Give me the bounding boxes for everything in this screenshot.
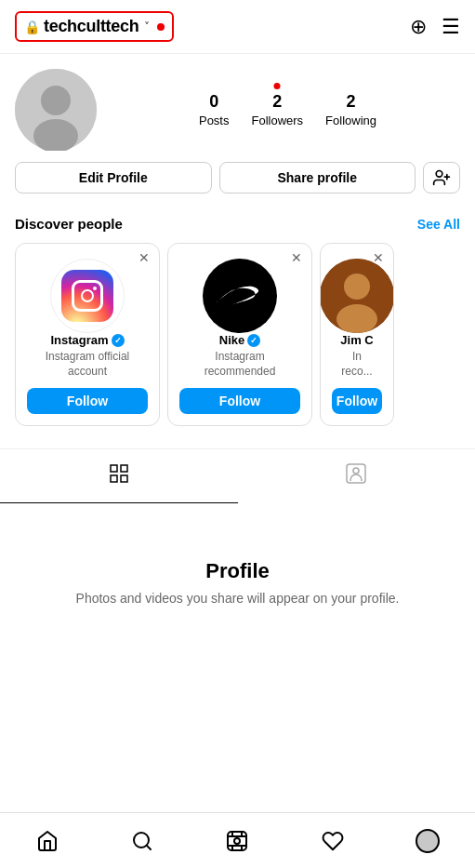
following-stat[interactable]: 2 Following <box>325 92 376 127</box>
instagram-dot-icon <box>93 287 97 290</box>
instagram-circle-icon <box>81 289 94 302</box>
svg-line-16 <box>147 845 151 848</box>
nike-card-name: Nike ✓ <box>219 333 260 347</box>
menu-icon[interactable]: ☰ <box>442 15 460 39</box>
svg-point-1 <box>41 86 71 115</box>
instagram-avatar <box>50 259 125 333</box>
see-all-button[interactable]: See All <box>417 217 460 232</box>
discover-card-jim: ✕ Jim C Inreco... Follow <box>320 243 394 426</box>
nike-avatar <box>203 259 277 333</box>
tab-tagged[interactable] <box>238 449 476 503</box>
discover-card-nike: ✕ Nike ✓ Instagram recommended Follow <box>167 243 312 426</box>
following-count: 2 <box>347 92 356 112</box>
svg-point-3 <box>436 171 442 178</box>
discover-title: Discover people <box>15 216 123 232</box>
nav-profile-avatar <box>416 829 440 853</box>
posts-label: Posts <box>199 114 230 127</box>
follow-jim-button[interactable]: Follow <box>332 388 382 414</box>
followers-label: Followers <box>251 114 303 127</box>
nav-profile[interactable] <box>404 818 451 864</box>
discover-cards: ✕ Instagram ✓ Instagram official account… <box>15 243 460 430</box>
jim-avatar <box>320 259 394 333</box>
username-label: techculttech <box>44 17 139 36</box>
svg-rect-9 <box>111 465 117 472</box>
verified-badge-nike: ✓ <box>247 334 260 347</box>
tagged-icon <box>345 462 367 490</box>
username-container[interactable]: 🔒 techculttech ˅ <box>15 11 174 42</box>
notification-dot <box>157 23 165 31</box>
share-profile-button[interactable]: Share profile <box>219 162 416 194</box>
action-buttons: Edit Profile Share profile <box>0 162 475 208</box>
bottom-nav <box>0 812 475 868</box>
profile-section: 0 Posts 2 Followers 2 Following <box>0 54 475 162</box>
profile-empty-subtitle: Photos and videos you share will appear … <box>76 591 400 606</box>
posts-stat[interactable]: 0 Posts <box>199 92 230 127</box>
posts-count: 0 <box>209 92 218 112</box>
add-post-icon[interactable]: ⊕ <box>410 15 427 39</box>
close-nike-button[interactable]: ✕ <box>291 251 302 264</box>
header: 🔒 techculttech ˅ ⊕ ☰ <box>0 0 475 54</box>
discover-card-instagram: ✕ Instagram ✓ Instagram official account… <box>15 243 160 426</box>
svg-rect-17 <box>228 832 246 850</box>
svg-rect-12 <box>121 475 127 482</box>
followers-stat[interactable]: 2 Followers <box>251 92 303 127</box>
grid-icon <box>108 462 130 490</box>
svg-point-8 <box>336 304 377 333</box>
avatar[interactable] <box>15 69 97 151</box>
lock-icon: 🔒 <box>24 20 40 34</box>
follow-instagram-button[interactable]: Follow <box>27 388 148 414</box>
add-user-button[interactable] <box>423 162 460 194</box>
jim-card-name: Jim C <box>340 333 373 347</box>
following-label: Following <box>325 114 376 127</box>
verified-badge-instagram: ✓ <box>112 334 125 347</box>
profile-empty-state: Profile Photos and videos you share will… <box>0 503 475 661</box>
instagram-card-desc: Instagram official account <box>27 350 148 379</box>
follow-nike-button[interactable]: Follow <box>179 388 300 414</box>
profile-empty-title: Profile <box>205 559 269 583</box>
nav-search[interactable] <box>119 818 165 864</box>
followers-count: 2 <box>272 92 282 112</box>
svg-point-7 <box>344 274 370 300</box>
jim-card-desc: Inreco... <box>341 350 372 379</box>
tabs-section <box>0 448 475 503</box>
close-jim-button[interactable]: ✕ <box>373 251 384 264</box>
instagram-card-name: Instagram ✓ <box>50 333 124 347</box>
close-instagram-button[interactable]: ✕ <box>139 251 150 264</box>
nike-card-desc: Instagram recommended <box>179 350 300 379</box>
tab-grid[interactable] <box>0 449 238 503</box>
svg-rect-10 <box>121 465 127 472</box>
nav-home[interactable] <box>24 818 71 864</box>
instagram-inner-icon <box>72 280 103 312</box>
instagram-gradient-icon <box>61 270 113 322</box>
chevron-down-icon: ˅ <box>144 20 150 33</box>
nav-heart[interactable] <box>310 818 356 864</box>
nav-reels[interactable] <box>214 818 260 864</box>
stats-container: 0 Posts 2 Followers 2 Following <box>115 92 460 127</box>
svg-rect-11 <box>111 475 117 482</box>
edit-profile-button[interactable]: Edit Profile <box>15 162 212 194</box>
svg-point-18 <box>234 838 240 844</box>
svg-point-14 <box>353 468 359 474</box>
discover-section: Discover people See All ✕ Instagram <box>0 208 475 441</box>
discover-header: Discover people See All <box>15 216 460 232</box>
main-content: 0 Posts 2 Followers 2 Following Edit Pro… <box>0 54 475 727</box>
header-actions: ⊕ ☰ <box>410 15 460 39</box>
